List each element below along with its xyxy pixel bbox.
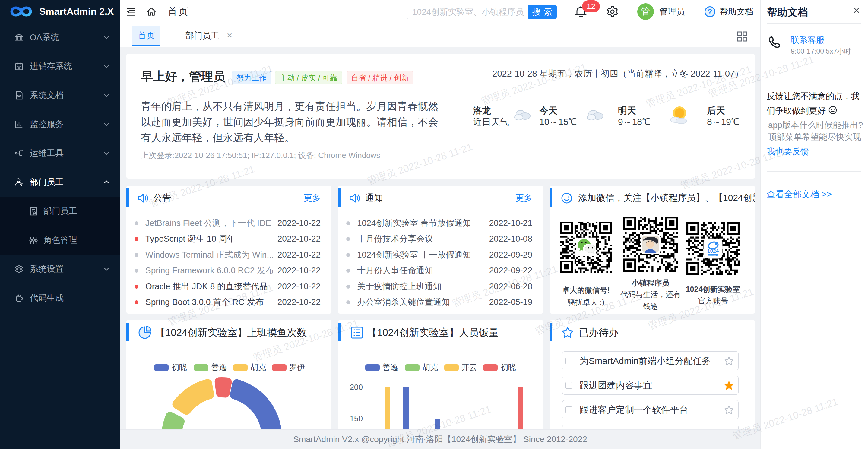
svg-text:创新实验室: 创新实验室 <box>708 254 718 256</box>
svg-text:1024: 1024 <box>707 248 719 254</box>
